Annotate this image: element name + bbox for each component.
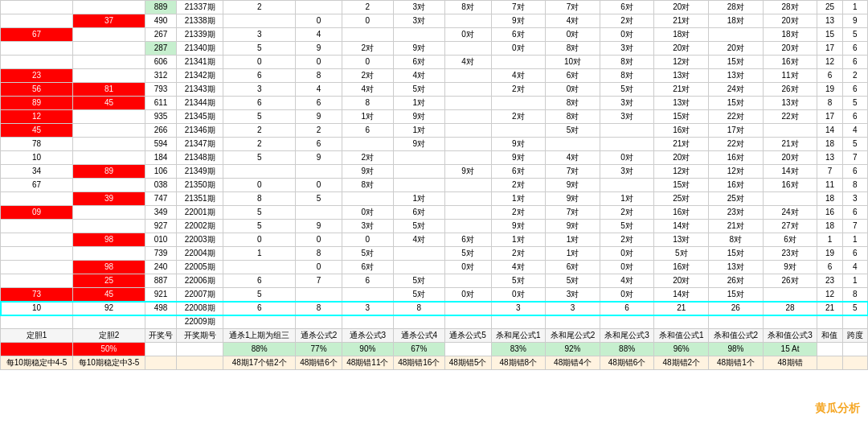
h1-cell: 13对 <box>654 233 709 247</box>
table-row: 10 184 21348期 5 9 2对 9对 4对 0对 20对 16对 20… <box>1 151 868 165</box>
h1-cell: 25对 <box>654 192 709 206</box>
t1-cell: 0 <box>223 56 296 69</box>
table-row: 98 240 22005期 0 6对 0对 4对 6对 0对 16对 13对 9… <box>1 261 868 274</box>
t2-cell: 4 <box>296 83 342 97</box>
t5-cell <box>444 220 491 233</box>
hezhi-cell: 12 <box>817 56 842 69</box>
pct-s2: 92% <box>546 343 600 356</box>
t1-cell <box>223 14 296 28</box>
kuadu-cell: 6 <box>842 83 867 97</box>
table-row: 73 45 921 22007期 5 5对 0对 0对 3对 0对 14对 15… <box>1 288 868 302</box>
h1-cell: 21对 <box>654 138 709 151</box>
t4-cell <box>393 28 444 42</box>
h3-cell: 26对 <box>763 83 817 97</box>
period-cell: 21348期 <box>177 151 223 165</box>
hezhi-cell: 19 <box>817 247 842 261</box>
h3-cell: 23对 <box>763 247 817 261</box>
t4-cell: 6对 <box>393 56 444 69</box>
hezhi-cell: 25 <box>817 1 842 14</box>
h2-cell: 22对 <box>709 138 764 151</box>
period-cell: 22005期 <box>177 261 223 274</box>
h1-cell <box>654 315 709 329</box>
t3-cell: 2 <box>342 1 393 14</box>
hezhi-cell: 17 <box>817 110 842 124</box>
footer-label-lottery: 开奖号 <box>145 329 177 343</box>
fixed1-cell: 10 <box>1 302 73 315</box>
lottery-cell: 038 <box>145 179 177 192</box>
s1-cell: 2对 <box>491 83 546 97</box>
stat-t3: 48期错11个 <box>342 356 393 370</box>
stat-h2: 48期错1个 <box>709 356 764 370</box>
t2-cell <box>296 165 342 179</box>
s3-cell: 3对 <box>600 165 654 179</box>
kuadu-cell: 6 <box>842 206 867 220</box>
period-cell: 22003期 <box>177 233 223 247</box>
s3-cell: 4对 <box>600 274 654 288</box>
lottery-cell: 184 <box>145 151 177 165</box>
s3-cell: 2对 <box>600 14 654 28</box>
h2-cell: 18对 <box>709 14 764 28</box>
fixed1-cell <box>1 261 73 274</box>
t4-cell: 6对 <box>393 206 444 220</box>
h3-cell: 22对 <box>763 110 817 124</box>
t1-cell: 5 <box>223 42 296 56</box>
s2-cell: 4对 <box>546 151 600 165</box>
s3-cell: 0对 <box>600 28 654 42</box>
fixed1-cell: 12 <box>1 110 73 124</box>
t5-cell <box>444 179 491 192</box>
fixed1-cell <box>1 315 73 329</box>
t1-cell: 5 <box>223 206 296 220</box>
fixed2-cell <box>73 179 145 192</box>
t2-cell: 9 <box>296 42 342 56</box>
h2-cell: 15对 <box>709 97 764 110</box>
s2-cell: 8对 <box>546 97 600 110</box>
h3-cell: 16对 <box>763 179 817 192</box>
t1-cell <box>223 315 296 329</box>
stat-d2: 每10期稳定中3-5 <box>73 356 145 370</box>
kuadu-cell: 1 <box>842 1 867 14</box>
pct-s3: 88% <box>600 343 654 356</box>
table-row: 287 21340期 5 9 2对 9对 0对 8对 3对 20对 20对 20… <box>1 42 868 56</box>
h2-cell: 15对 <box>709 288 764 302</box>
t1-cell: 2 <box>223 1 296 14</box>
t2-cell: 0 <box>296 14 342 28</box>
stat-hezhi <box>817 356 842 370</box>
lottery-cell: 498 <box>145 302 177 315</box>
t1-cell: 5 <box>223 220 296 233</box>
period-cell: 22006期 <box>177 274 223 288</box>
s2-cell: 7对 <box>546 206 600 220</box>
period-cell: 22002期 <box>177 220 223 233</box>
pct-s1: 83% <box>491 343 546 356</box>
lottery-cell: 010 <box>145 233 177 247</box>
percentage-row: 54% 50% 88% 77% 90% 67% 83% 92% 88% 96% … <box>1 343 868 356</box>
s1-cell: 9对 <box>491 151 546 165</box>
h1-cell: 16对 <box>654 124 709 138</box>
t4-cell <box>393 247 444 261</box>
s1-cell: 6对 <box>491 165 546 179</box>
s1-cell: 1对 <box>491 192 546 206</box>
h1-cell: 15对 <box>654 110 709 124</box>
t3-cell <box>342 28 393 42</box>
s3-cell <box>600 138 654 151</box>
fixed2-cell: 39 <box>73 192 145 206</box>
t4-cell: 9对 <box>393 110 444 124</box>
kuadu-cell: 4 <box>842 124 867 138</box>
s2-cell: 4对 <box>546 14 600 28</box>
s1-cell: 1对 <box>491 233 546 247</box>
h2-cell: 17对 <box>709 124 764 138</box>
stat-t4: 48期错16个 <box>393 356 444 370</box>
h2-cell <box>709 28 764 42</box>
t1-cell: 5 <box>223 288 296 302</box>
pct-t3: 90% <box>342 343 393 356</box>
t4-cell: 9对 <box>393 138 444 151</box>
t4-cell <box>393 151 444 165</box>
kuadu-cell: 5 <box>842 302 867 315</box>
s3-cell: 5对 <box>600 220 654 233</box>
lottery-cell: 793 <box>145 83 177 97</box>
kuadu-cell: 3 <box>842 192 867 206</box>
t4-cell: 8 <box>393 302 444 315</box>
lottery-cell: 606 <box>145 56 177 69</box>
t4-cell: 5对 <box>393 83 444 97</box>
t3-cell <box>342 138 393 151</box>
fixed2-cell <box>73 56 145 69</box>
